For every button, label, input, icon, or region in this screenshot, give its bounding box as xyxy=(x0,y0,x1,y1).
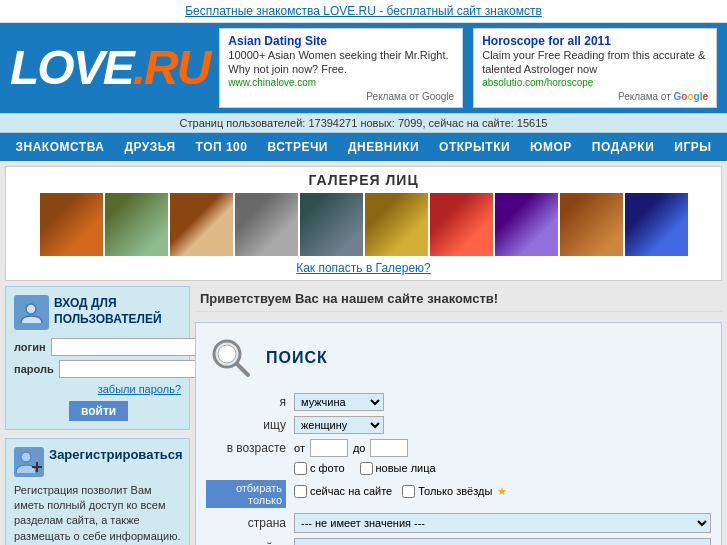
nav-item-podarki[interactable]: ПОДАРКИ xyxy=(582,136,664,158)
ad2-google: Реклама от Google xyxy=(482,91,708,102)
gallery-link-container: Как попасть в Галерею? xyxy=(11,261,716,275)
ya-label: я xyxy=(206,395,286,409)
gallery-section: ГАЛЕРЕЯ ЛИЦ Как попасть в Галерею? xyxy=(5,166,722,281)
stars-checkbox-label[interactable]: Только звёзды ★ xyxy=(402,485,507,498)
logo: LOVE.RU xyxy=(10,40,209,95)
ad-box-1: Asian Dating Site 10000+ Asian Women see… xyxy=(219,28,463,108)
gallery-photo-8[interactable] xyxy=(495,193,558,256)
gallery-photo-4[interactable] xyxy=(235,193,298,256)
password-input[interactable] xyxy=(59,360,207,378)
sidebar: ВХОД ДЛЯПОЛЬЗОВАТЕЛЕЙ логин пароль забыл… xyxy=(5,286,190,545)
nav-item-znakomstva[interactable]: ЗНАКОМСТВА xyxy=(6,136,115,158)
gallery-photos xyxy=(11,193,716,256)
gallery-link[interactable]: Как попасть в Галерею? xyxy=(296,261,431,275)
register-text: Регистрация позволит Вам иметь полный до… xyxy=(14,483,181,545)
gallery-photo-3[interactable] xyxy=(170,193,233,256)
login-header: ВХОД ДЛЯПОЛЬЗОВАТЕЛЕЙ xyxy=(14,295,181,330)
login-button-container: войти xyxy=(14,401,181,421)
gallery-photo-9[interactable] xyxy=(560,193,623,256)
ads-area: Asian Dating Site 10000+ Asian Women see… xyxy=(219,28,717,108)
ya-select[interactable]: мужчина женщина xyxy=(294,393,384,411)
search-row-region: район не имеет значения xyxy=(206,538,711,545)
photo-checkbox-label[interactable]: с фото xyxy=(294,462,345,475)
age-inputs: от до xyxy=(294,439,408,457)
main-nav: ЗНАКОМСТВА ДРУЗЬЯ ТОП 100 ВСТРЕЧИ ДНЕВНИ… xyxy=(0,133,727,161)
ad2-title[interactable]: Horoscope for all 2011 xyxy=(482,34,708,48)
stars-checkbox[interactable] xyxy=(402,485,415,498)
ad-box-2: Horoscope for all 2011 Claim your Free R… xyxy=(473,28,717,108)
gallery-photo-10[interactable] xyxy=(625,193,688,256)
nav-item-yumor[interactable]: ЮМОР xyxy=(520,136,582,158)
filter-label: отбирать только xyxy=(206,480,286,508)
register-header: Зарегистрироваться xyxy=(14,447,181,477)
login-title: ВХОД ДЛЯПОЛЬЗОВАТЕЛЕЙ xyxy=(54,295,162,329)
ad1-google: Реклама от Google xyxy=(228,91,454,102)
gallery-photo-7[interactable] xyxy=(430,193,493,256)
search-magnifier-icon xyxy=(207,334,255,382)
welcome-text: Приветствуем Вас на нашем сайте знакомст… xyxy=(195,286,722,312)
user-icon xyxy=(19,300,44,325)
search-icon-wrap xyxy=(206,333,256,383)
forgot-link-container: забыли пароль? xyxy=(14,382,181,396)
age-to-input[interactable] xyxy=(370,439,408,457)
password-row: пароль xyxy=(14,360,181,378)
login-label: логин xyxy=(14,341,46,353)
ad2-text: Claim your Free Reading from this accura… xyxy=(482,48,708,77)
country-select[interactable]: --- не имеет значения --- xyxy=(294,513,711,533)
age-label: в возрасте xyxy=(206,441,286,455)
ad2-link[interactable]: absolutio.com/horoscope xyxy=(482,77,708,88)
search-row-country: страна --- не имеет значения --- xyxy=(206,513,711,533)
gallery-photo-2[interactable] xyxy=(105,193,168,256)
right-content: Приветствуем Вас на нашем сайте знакомст… xyxy=(195,286,722,545)
country-label: страна xyxy=(206,516,286,530)
forgot-link[interactable]: забыли пароль? xyxy=(98,383,181,395)
filter-checkboxes: сейчас на сайте Только звёзды ★ xyxy=(294,485,507,498)
age-from-input[interactable] xyxy=(310,439,348,457)
online-checkbox[interactable] xyxy=(294,485,307,498)
login-box: ВХОД ДЛЯПОЛЬЗОВАТЕЛЕЙ логин пароль забыл… xyxy=(5,286,190,430)
search-container: ПОИСК я мужчина женщина ищу женщину мужч… xyxy=(195,322,722,545)
age-to-label: до xyxy=(353,442,366,454)
login-icon xyxy=(14,295,49,330)
new-faces-checkbox-text: новые лица xyxy=(376,462,436,474)
login-input[interactable] xyxy=(51,338,199,356)
age-from-label: от xyxy=(294,442,305,454)
stats-bar: Страниц пользователей: 17394271 новых: 7… xyxy=(0,113,727,133)
search-row-ya: я мужчина женщина xyxy=(206,393,711,411)
svg-point-0 xyxy=(26,304,36,314)
region-label: район xyxy=(206,541,286,545)
stats-text: Страниц пользователей: 17394271 новых: 7… xyxy=(180,117,548,129)
nav-item-druzya[interactable]: ДРУЗЬЯ xyxy=(114,136,185,158)
search-header: ПОИСК xyxy=(206,333,711,383)
stars-checkbox-text: Только звёзды xyxy=(418,485,492,497)
ad1-title[interactable]: Asian Dating Site xyxy=(228,34,454,48)
online-checkbox-text: сейчас на сайте xyxy=(310,485,392,497)
ad1-text: 10000+ Asian Women seeking their Mr.Righ… xyxy=(228,48,454,77)
gallery-photo-1[interactable] xyxy=(40,193,103,256)
main-content: ВХОД ДЛЯПОЛЬЗОВАТЕЛЕЙ логин пароль забыл… xyxy=(5,286,722,545)
photo-checkbox[interactable] xyxy=(294,462,307,475)
gallery-title: ГАЛЕРЕЯ ЛИЦ xyxy=(11,172,716,188)
new-faces-checkbox[interactable] xyxy=(360,462,373,475)
ad1-link[interactable]: www.chinalove.com xyxy=(228,77,454,88)
nav-item-otkrytki[interactable]: ОТКРЫТКИ xyxy=(429,136,520,158)
filter-row: отбирать только сейчас на сайте Только з… xyxy=(206,480,711,508)
region-select[interactable]: не имеет значения xyxy=(294,538,711,545)
nav-item-vstrechi[interactable]: ВСТРЕЧИ xyxy=(257,136,337,158)
gallery-photo-5[interactable] xyxy=(300,193,363,256)
ishchu-select[interactable]: женщину мужчину xyxy=(294,416,384,434)
new-faces-checkbox-label[interactable]: новые лица xyxy=(360,462,436,475)
logo-suffix: .RU xyxy=(133,41,210,94)
gallery-photo-6[interactable] xyxy=(365,193,428,256)
online-checkbox-label[interactable]: сейчас на сайте xyxy=(294,485,392,498)
search-title: ПОИСК xyxy=(266,349,328,367)
checkbox-row-1: с фото новые лица xyxy=(294,462,711,475)
nav-item-dnevniki[interactable]: ДНЕВНИКИ xyxy=(338,136,429,158)
svg-point-5 xyxy=(218,345,236,363)
nav-item-igry[interactable]: ИГРЫ xyxy=(664,136,721,158)
login-button[interactable]: войти xyxy=(69,401,128,421)
register-title[interactable]: Зарегистрироваться xyxy=(49,447,183,462)
top-link-text[interactable]: Бесплатные знакомства LOVE.RU - бесплатн… xyxy=(185,4,542,18)
svg-line-6 xyxy=(237,364,248,375)
nav-item-top100[interactable]: ТОП 100 xyxy=(186,136,258,158)
